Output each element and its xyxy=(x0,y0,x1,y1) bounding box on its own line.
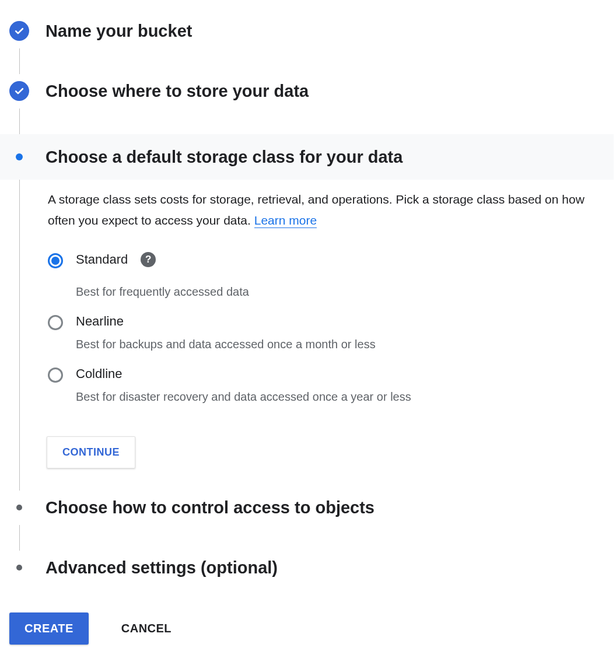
step-name: Name your bucket xyxy=(9,14,604,74)
step-advanced: Advanced settings (optional) xyxy=(9,551,604,585)
radio-label: Nearline xyxy=(76,314,124,329)
radio-button[interactable] xyxy=(48,253,63,268)
radio-option-coldline[interactable]: Coldline Best for disaster recovery and … xyxy=(48,366,593,405)
storage-class-description: A storage class sets costs for storage, … xyxy=(48,189,593,230)
help-icon[interactable]: ? xyxy=(141,252,156,267)
step-location: Choose where to store your data xyxy=(9,74,604,134)
step-complete-icon xyxy=(9,81,29,101)
radio-description: Best for disaster recovery and data acce… xyxy=(76,388,593,405)
cancel-button[interactable]: CANCEL xyxy=(118,621,175,636)
create-button[interactable]: CREATE xyxy=(9,612,89,645)
radio-option-nearline[interactable]: Nearline Best for backups and data acces… xyxy=(48,314,593,352)
step-pending-icon xyxy=(9,498,29,517)
learn-more-link[interactable]: Learn more xyxy=(254,214,317,228)
step-storage-class: Choose a default storage class for your … xyxy=(9,134,604,491)
radio-description: Best for backups and data accessed once … xyxy=(76,336,593,352)
step-active-icon xyxy=(9,147,29,167)
step-storage-class-body: A storage class sets costs for storage, … xyxy=(19,180,604,490)
footer-actions: CREATE CANCEL xyxy=(9,612,604,645)
step-connector xyxy=(19,525,604,551)
step-access: Choose how to control access to objects xyxy=(9,491,604,551)
step-connector xyxy=(19,48,604,74)
continue-button[interactable]: CONTINUE xyxy=(47,436,135,468)
radio-label: Coldline xyxy=(76,366,123,382)
step-name-header[interactable]: Name your bucket xyxy=(9,14,604,48)
step-advanced-header[interactable]: Advanced settings (optional) xyxy=(9,551,604,585)
step-location-header[interactable]: Choose where to store your data xyxy=(9,74,604,108)
step-pending-icon xyxy=(9,558,29,578)
radio-label: Standard xyxy=(76,252,128,267)
step-storage-class-header[interactable]: Choose a default storage class for your … xyxy=(0,134,614,180)
radio-button[interactable] xyxy=(48,315,63,330)
step-access-header[interactable]: Choose how to control access to objects xyxy=(9,491,604,525)
bucket-creation-stepper: Name your bucket Choose where to store y… xyxy=(9,14,604,645)
radio-description: Best for frequently accessed data xyxy=(76,284,593,300)
step-access-title: Choose how to control access to objects xyxy=(46,498,374,518)
step-location-title: Choose where to store your data xyxy=(46,81,309,102)
step-advanced-title: Advanced settings (optional) xyxy=(46,558,278,578)
step-connector xyxy=(19,108,604,134)
step-name-title: Name your bucket xyxy=(46,21,192,41)
radio-button[interactable] xyxy=(48,368,63,383)
radio-option-standard[interactable]: Standard ? Best for frequently accessed … xyxy=(48,252,593,300)
storage-class-radio-group: Standard ? Best for frequently accessed … xyxy=(48,252,593,405)
step-complete-icon xyxy=(9,21,29,41)
step-storage-class-title: Choose a default storage class for your … xyxy=(46,147,402,167)
